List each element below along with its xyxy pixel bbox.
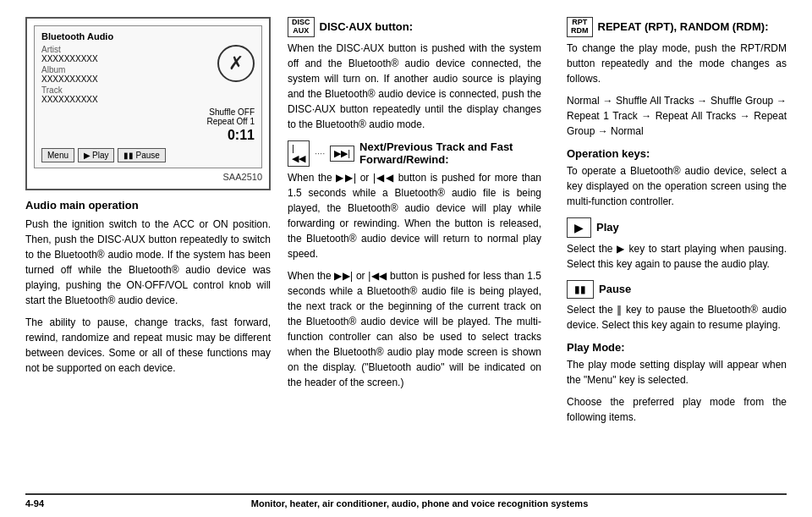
disc-aux-title: DISC·AUX button: [320,20,413,33]
prev-icon: |◀◀ [292,143,305,164]
play-icon: ▶ [574,221,584,234]
rpt-rdm-title: REPEAT (RPT), RANDOM (RDM): [598,20,769,33]
pause-button[interactable]: ▮▮ Pause [118,148,165,162]
rpt-rdm-para: To change the play mode, push the RPT/RD… [567,41,787,86]
rpt-rdm-modes: Normal → Shuffle All Tracks → Shuffle Gr… [567,93,787,139]
next-icon: ▶▶| [334,148,350,159]
play-block: ▶ Play Select the ▶ key to start playing… [567,217,787,272]
play-icon-box: ▶ [567,217,591,238]
next-track-icon: ▶▶| [330,146,354,162]
rpt-rdm-header: RPT RDM REPEAT (RPT), RANDOM (RDM): [567,17,787,37]
pause-icon-box: ▮▮ [567,280,594,299]
saa-label: SAA2510 [34,172,262,182]
album-value: XXXXXXXXXX [41,74,211,84]
play-para: Select the ▶ key to start playing when p… [567,241,787,272]
pause-title: Pause [599,283,631,295]
disc-aux-para: When the DISC·AUX button is pushed with … [288,41,541,132]
audio-main-para2: The ability to pause, change tracks, fas… [25,315,271,376]
bt-title: Bluetooth Audio [41,31,255,41]
audio-main-operation-block: Audio main operation Push the ignition s… [25,199,271,376]
bt-time: 0:11 [41,128,255,143]
disc-aux-header: DISC AUX DISC·AUX button: [288,17,541,37]
page-wrapper: Bluetooth Audio Artist XXXXXXXXXX Album … [0,0,812,517]
content-area: Bluetooth Audio Artist XXXXXXXXXX Album … [25,17,787,485]
bt-screen: Bluetooth Audio Artist XXXXXXXXXX Album … [34,25,262,168]
pause-bars-icon: ▮▮ [123,151,134,160]
operation-keys-header: Operation keys: [567,147,787,160]
disc-aux-block: DISC AUX DISC·AUX button: When the DISC·… [288,17,541,132]
pause-para: Select the ‖ key to pause the Bluetooth®… [567,302,787,333]
rpt-rdm-icon: RPT RDM [567,17,593,37]
bt-controls: Menu ▶ Play ▮▮ Pause [41,148,255,162]
pause-block: ▮▮ Pause Select the ‖ key to pause the B… [567,280,787,333]
operation-keys-para: To operate a Bluetooth® audio device, se… [567,163,787,209]
menu-button[interactable]: Menu [41,148,74,162]
play-mode-title: Play Mode: [567,341,625,354]
artist-value: XXXXXXXXXX [41,54,211,63]
play-header: ▶ Play [567,217,787,238]
next-prev-header: |◀◀ ···· ▶▶| Next/Previous Track and Fas… [288,140,541,167]
play-triangle-icon: ▶ [84,151,91,160]
bluetooth-icon-circle: ✗ [217,45,255,82]
artist-label: Artist [41,45,211,54]
bt-screen-box: Bluetooth Audio Artist XXXXXXXXXX Album … [25,17,271,190]
play-mode-header: Play Mode: [567,341,787,354]
aux-label: AUX [293,27,309,36]
operation-keys-title: Operation keys: [567,147,650,160]
track-separator: ···· [315,148,325,158]
play-mode-block: Play Mode: The play mode setting display… [567,341,787,425]
audio-main-heading: Audio main operation [25,199,271,212]
prev-track-icon: |◀◀ [288,140,310,167]
bt-info-row: Artist XXXXXXXXXX Album XXXXXXXXXX Track… [41,45,255,106]
rpt-rdm-block: RPT RDM REPEAT (RPT), RANDOM (RDM): To c… [567,17,787,139]
bt-info-left: Artist XXXXXXXXXX Album XXXXXXXXXX Track… [41,45,211,106]
shuffle-repeat: Shuffle OFF Repeat Off 1 [41,107,255,126]
play-mode-para1: The play mode setting display will appea… [567,357,787,388]
pause-header: ▮▮ Pause [567,280,787,299]
rdm-label: RDM [571,27,589,36]
disc-aux-icon: DISC AUX [288,17,315,37]
track-value: XXXXXXXXXX [41,95,211,104]
footer-title: Monitor, heater, air conditioner, audio,… [52,498,787,509]
next-prev-block: |◀◀ ···· ▶▶| Next/Previous Track and Fas… [288,140,541,390]
operation-keys-block: Operation keys: To operate a Bluetooth® … [567,147,787,209]
next-prev-para1: When the ▶▶| or |◀◀ button is pushed for… [288,170,541,261]
next-prev-title: Next/Previous Track and Fast Forward/Rew… [359,140,541,166]
bluetooth-icon: ✗ [228,52,244,74]
pause-icon: ▮▮ [574,283,586,295]
right-column: RPT RDM REPEAT (RPT), RANDOM (RDM): To c… [567,17,787,485]
left-column: Bluetooth Audio Artist XXXXXXXXXX Album … [25,17,271,485]
middle-column: DISC AUX DISC·AUX button: When the DISC·… [288,17,550,485]
shuffle-text: Shuffle OFF [41,107,255,117]
play-title: Play [596,221,619,234]
track-label: Track [41,85,211,95]
footer: 4-94 Monitor, heater, air conditioner, a… [25,493,787,509]
audio-main-para1: Push the ignition switch to the ACC or O… [25,217,271,308]
page-number: 4-94 [25,498,44,509]
play-button[interactable]: ▶ Play [78,148,114,162]
album-label: Album [41,65,211,74]
next-prev-para2: When the ▶▶| or |◀◀ button is pushed for… [288,268,541,390]
repeat-text: Repeat Off 1 [41,117,255,126]
play-mode-para2: Choose the preferred play mode from the … [567,394,787,425]
